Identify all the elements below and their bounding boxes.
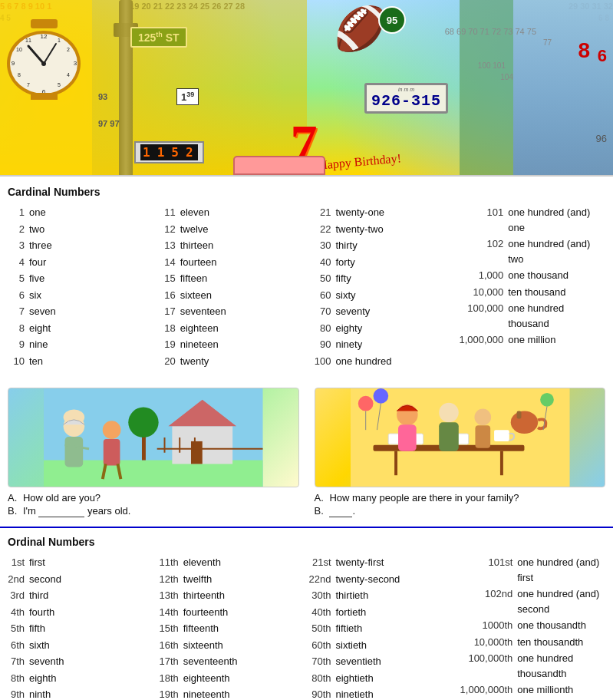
number-digit: 3	[8, 238, 29, 253]
number-digit: 9	[8, 337, 29, 352]
number-row: 102one hundred (and) two	[456, 236, 605, 267]
number-word: seventeen	[180, 304, 226, 319]
number-digit: 8th	[8, 671, 29, 686]
number-word: thirteen	[180, 238, 213, 253]
number-word: first	[29, 555, 45, 570]
number-word: eighteen	[180, 321, 219, 336]
number-digit: 1,000,000th	[456, 682, 517, 698]
number-word: one hundred thousandth	[517, 651, 605, 681]
number-word: seventieth	[336, 654, 381, 669]
left-image-block: A. How old are you? B. I'm years old.	[8, 388, 299, 519]
number-word: thirty	[336, 238, 358, 253]
age-blank[interactable]	[38, 505, 84, 517]
football-player: 🏈	[334, 4, 387, 54]
number-digit: 50	[307, 271, 336, 286]
number-digit: 101st	[456, 555, 517, 570]
number-word: thirtieth	[336, 588, 369, 603]
images-section: A. How old are you? B. I'm years old.	[0, 388, 613, 519]
svg-point-33	[103, 421, 121, 439]
svg-rect-43	[516, 411, 521, 419]
svg-rect-34	[104, 439, 120, 465]
clock: 12 3 6 9 1 2 4 5 7 8 10 11	[4, 19, 84, 101]
number-row: 101stone hundred (and) first	[456, 554, 605, 586]
ordinal-col4: 101stone hundred (and) first102ndone hun…	[456, 554, 605, 700]
number-digit: 11th	[157, 555, 183, 570]
number-digit: 101	[456, 205, 508, 220]
left-qa-a: A. How old are you?	[8, 492, 299, 504]
svg-text:10: 10	[16, 47, 22, 52]
number-digit: 102	[456, 236, 508, 252]
svg-text:12: 12	[41, 33, 48, 40]
number-digit: 5	[8, 271, 29, 286]
number-row: 16thsixteenth	[157, 637, 307, 654]
number-row: 80eighty	[307, 320, 456, 337]
svg-text:1: 1	[58, 38, 61, 43]
number-word: one hundred (and) second	[517, 586, 605, 616]
number-row: 102ndone hundred (and) second	[456, 586, 605, 617]
number-word: ten	[29, 354, 43, 369]
section-divider	[0, 527, 613, 528]
number-digit: 80	[307, 321, 336, 336]
number-digit: 22nd	[307, 572, 336, 587]
number-word: fourteen	[180, 255, 217, 270]
number-row: 21twenty-one	[307, 204, 456, 221]
number-word: one million	[508, 332, 555, 348]
number-word: twenty-first	[336, 555, 384, 570]
number-digit: 7th	[8, 654, 29, 669]
number-word: twenty-two	[336, 222, 384, 237]
number-word: seventh	[29, 654, 64, 669]
number-word: sixth	[29, 638, 50, 653]
number-word: third	[29, 588, 48, 603]
number-word: one hundred (and) one	[508, 205, 605, 235]
number-row: 10,000thten thousandth	[456, 634, 605, 651]
cardinal-title: Cardinal Numbers	[8, 186, 605, 198]
number-row: 16sixteen	[157, 287, 307, 304]
number-word: forty	[336, 255, 355, 270]
number-word: nineteenth	[183, 687, 230, 700]
number-digit: 102nd	[456, 586, 517, 602]
svg-text:5: 5	[58, 82, 61, 88]
number-word: fifteenth	[183, 621, 219, 636]
number-row: 22ndtwenty-second	[307, 571, 456, 588]
number-digit: 16	[157, 288, 180, 303]
number-digit: 5th	[8, 621, 29, 636]
number-digit: 20	[157, 354, 180, 369]
right-qa-b: B. .	[315, 505, 606, 517]
svg-text:8: 8	[18, 72, 21, 78]
number-digit: 1,000,000	[456, 332, 508, 348]
number-row: 11eleven	[157, 204, 307, 221]
number-row: 3rdthird	[8, 587, 157, 604]
number-word: fifth	[29, 621, 45, 636]
right-image-block: A. How many people are there in your fam…	[315, 388, 606, 519]
number-row: 2ndsecond	[8, 571, 157, 588]
number-row: 80theightieth	[307, 670, 456, 687]
price-tag: 139	[176, 88, 199, 105]
number-digit: 17th	[157, 654, 183, 669]
number-word: ninetieth	[336, 687, 374, 700]
number-row: 8theighth	[8, 670, 157, 687]
number-digit: 14	[157, 255, 180, 270]
number-digit: 90	[307, 337, 336, 352]
number-row: 3three	[8, 237, 157, 254]
svg-text:9: 9	[12, 60, 15, 67]
header-image: 5 6 7 8 9 10 1 8 19 20 21 22 23 24 25 26…	[0, 0, 613, 177]
svg-point-42	[510, 411, 537, 434]
svg-point-17	[41, 61, 46, 66]
number-word: fourteenth	[183, 605, 229, 620]
number-word: one hundred	[336, 354, 392, 369]
ordinal-section: Ordinal Numbers 1stfirst2ndsecond3rdthir…	[0, 536, 613, 700]
number-word: sixty	[336, 288, 356, 303]
svg-rect-51	[439, 422, 459, 451]
number-row: 10,000ten thousand	[456, 284, 605, 301]
number-row: 22twenty-two	[307, 221, 456, 238]
number-digit: 60th	[307, 638, 336, 653]
number-row: 90ninety	[307, 336, 456, 353]
number-digit: 100	[307, 354, 336, 369]
number-row: 1one	[8, 204, 157, 221]
family-blank[interactable]	[329, 505, 352, 517]
cardinal-col3: 21twenty-one22twenty-two30thirty40forty5…	[307, 204, 456, 369]
number-word: eighty	[336, 321, 363, 336]
number-digit: 7	[8, 304, 29, 319]
number-word: sixteen	[180, 288, 212, 303]
number-row: 50fifty	[307, 270, 456, 287]
